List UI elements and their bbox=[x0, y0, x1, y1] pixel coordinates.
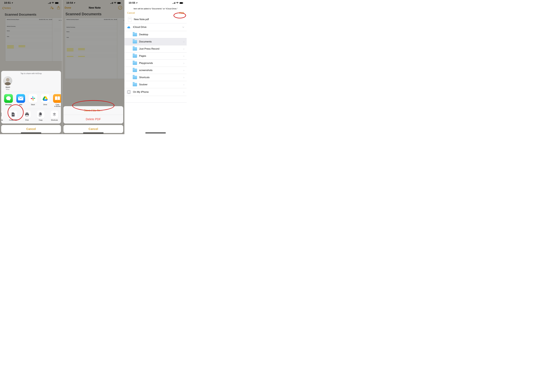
share-sheet: Tap to share with AirDrop Jason iMac bbox=[1, 71, 61, 133]
add-button[interactable]: Add bbox=[179, 12, 184, 14]
svg-rect-33 bbox=[180, 2, 183, 4]
status-bar: 10:54 bbox=[62, 0, 124, 6]
app-drive[interactable]: Drive bbox=[40, 94, 50, 107]
folder-just-press-record[interactable]: Just Press Record › bbox=[124, 45, 187, 52]
shortcuts-icon bbox=[52, 112, 56, 117]
chevron-down-icon bbox=[182, 26, 184, 29]
folder-playgrounds[interactable]: Playgrounds › bbox=[124, 60, 187, 67]
message-icon bbox=[6, 96, 11, 101]
folder-label: Desktop bbox=[139, 33, 148, 36]
svg-rect-4 bbox=[49, 3, 49, 4]
chevron-right-icon: › bbox=[183, 55, 184, 58]
folder-icon bbox=[133, 54, 137, 58]
folder-icon bbox=[133, 68, 137, 72]
svg-rect-5 bbox=[50, 2, 50, 4]
action-copy[interactable]: Copy bbox=[35, 111, 47, 121]
app-message[interactable]: Message bbox=[3, 94, 14, 107]
battery-icon bbox=[180, 2, 183, 4]
svg-rect-34 bbox=[183, 3, 183, 3]
svg-rect-15 bbox=[31, 98, 33, 99]
folder-soulver[interactable]: Soulver › bbox=[124, 81, 187, 88]
folder-label: Soulver bbox=[139, 83, 148, 86]
folder-icon bbox=[133, 33, 137, 36]
cancel-button[interactable]: Cancel bbox=[127, 12, 135, 14]
location-icon bbox=[11, 2, 13, 4]
svg-rect-8 bbox=[55, 2, 58, 4]
app-slack[interactable]: Slack bbox=[28, 94, 38, 107]
folder-desktop[interactable]: Desktop bbox=[124, 31, 187, 38]
app-mail[interactable]: Mail bbox=[15, 94, 26, 107]
airdrop-device: iMac bbox=[3, 88, 12, 90]
svg-rect-30 bbox=[174, 2, 174, 4]
status-bar: 10:51 bbox=[0, 0, 62, 6]
location-label: On My iPhone bbox=[133, 91, 149, 93]
svg-point-10 bbox=[6, 78, 9, 81]
app-books[interactable]: Copy to Books bbox=[52, 94, 61, 107]
signal-icon bbox=[173, 2, 175, 4]
action-grids[interactable]: s & Grids bbox=[1, 111, 6, 121]
books-icon bbox=[55, 96, 60, 101]
svg-rect-27 bbox=[121, 3, 121, 3]
svg-rect-23 bbox=[112, 2, 112, 4]
folder-label: Just Press Record bbox=[139, 47, 159, 50]
status-bar: 10:55 bbox=[124, 0, 187, 6]
svg-rect-26 bbox=[118, 2, 120, 4]
battery-icon bbox=[55, 2, 59, 4]
folder-label: Shortcuts bbox=[139, 76, 150, 79]
action-row: s & Grids PDF Create PDF Print Copy bbox=[1, 109, 61, 121]
chevron-right-icon: › bbox=[183, 40, 184, 43]
status-time: 10:54 bbox=[66, 1, 75, 4]
location-icon bbox=[74, 2, 75, 4]
folder-icon bbox=[133, 83, 137, 86]
save-file-button[interactable]: Save File To… bbox=[63, 106, 123, 115]
svg-rect-22 bbox=[111, 3, 111, 4]
home-indicator bbox=[21, 133, 41, 133]
delete-pdf-button[interactable]: Delete PDF bbox=[63, 115, 123, 124]
file-preview-row: New Note.pdf bbox=[124, 16, 187, 23]
cancel-button[interactable]: Cancel bbox=[63, 125, 123, 133]
chevron-right-icon: › bbox=[183, 47, 184, 50]
location-label: iCloud Drive bbox=[133, 26, 147, 29]
action-print[interactable]: Print bbox=[21, 111, 33, 121]
location-icloud[interactable]: iCloud Drive bbox=[124, 23, 187, 31]
chevron-right-icon: › bbox=[183, 69, 184, 72]
action-create-pdf[interactable]: PDF Create PDF bbox=[7, 111, 19, 121]
airdrop-contact[interactable]: Jason iMac bbox=[3, 76, 12, 90]
avatar bbox=[3, 76, 12, 85]
folder-icon bbox=[133, 47, 137, 51]
pdf-icon: PDF bbox=[11, 112, 15, 117]
pane-save-options: Done New Note Scanned Documents Medical … bbox=[62, 0, 124, 134]
status-time: 10:55 bbox=[129, 1, 138, 4]
svg-rect-19 bbox=[26, 115, 28, 116]
home-indicator bbox=[145, 133, 166, 133]
slack-icon bbox=[30, 96, 36, 101]
folder-icon bbox=[133, 61, 137, 65]
location-on-my-iphone[interactable]: On My iPhone › bbox=[124, 88, 187, 96]
folder-documents[interactable]: Documents › bbox=[124, 38, 187, 45]
action-shortcuts[interactable]: Shortcuts bbox=[48, 111, 60, 121]
folder-icon bbox=[133, 76, 137, 79]
pane-share-sheet: Notes Scanned Documents Medical Summary … bbox=[0, 0, 62, 134]
folder-screenshots[interactable]: screenshots › bbox=[124, 67, 187, 74]
pane-files-picker: 10:55 Item will be added to “Documents” … bbox=[124, 0, 187, 134]
airdrop-title: Tap to share with AirDrop bbox=[1, 72, 61, 75]
folder-shortcuts[interactable]: Shortcuts › bbox=[124, 74, 187, 81]
file-name: New Note.pdf bbox=[134, 18, 149, 21]
location-icon bbox=[136, 2, 138, 4]
chevron-right-icon: › bbox=[183, 62, 184, 65]
home-indicator bbox=[83, 133, 104, 133]
cancel-button[interactable]: Cancel bbox=[1, 125, 61, 133]
signal-icon bbox=[110, 2, 113, 4]
signal-icon bbox=[48, 2, 51, 4]
svg-rect-3 bbox=[48, 3, 49, 4]
action-sheet: Save File To… Delete PDF Cancel bbox=[63, 106, 123, 133]
folder-pages[interactable]: Pages › bbox=[124, 52, 187, 60]
svg-rect-6 bbox=[50, 2, 51, 4]
svg-rect-13 bbox=[33, 98, 35, 99]
svg-rect-24 bbox=[112, 2, 113, 4]
status-time: 10:51 bbox=[4, 1, 13, 4]
battery-icon bbox=[117, 2, 121, 4]
drive-icon bbox=[43, 96, 48, 101]
wifi-icon bbox=[176, 2, 179, 4]
wifi-icon bbox=[114, 2, 116, 4]
